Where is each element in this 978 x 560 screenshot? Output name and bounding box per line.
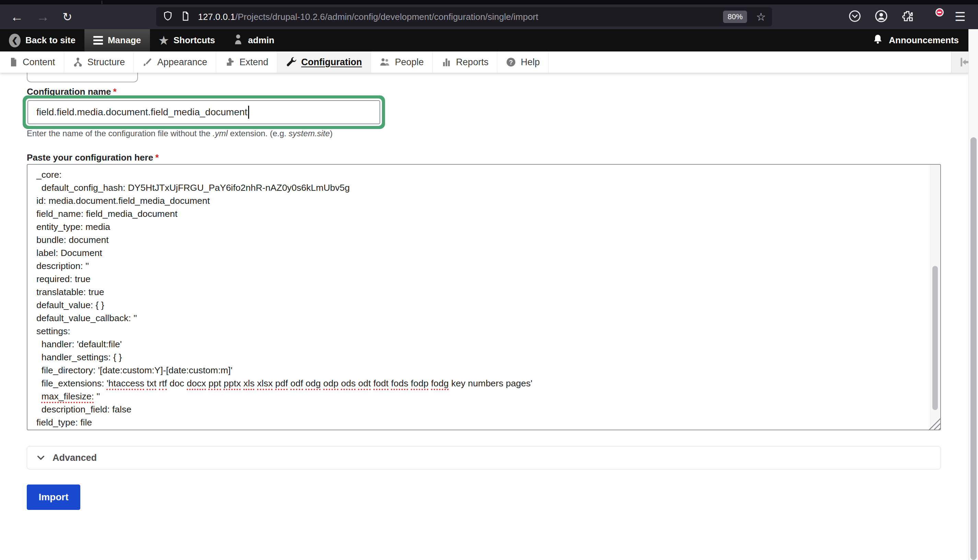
reload-icon[interactable]: ↻	[62, 11, 72, 23]
url-host: 127.0.0.1	[198, 12, 235, 22]
required-asterisk: *	[155, 152, 158, 163]
browser-tab-strip	[0, 0, 978, 5]
yaml-line: file_extensions: 'htaccess txt rtf doc d…	[37, 377, 916, 390]
scrolled-cutoff-element	[27, 73, 138, 82]
textarea-scrollbar[interactable]	[930, 165, 940, 430]
drupal-admin-menu: Content Structure Appearance Extend Conf…	[0, 52, 978, 73]
yaml-line: handler: 'default:file'	[37, 338, 916, 351]
manage-label: Manage	[108, 35, 141, 46]
wrench-icon	[286, 57, 297, 68]
page-info-icon[interactable]	[180, 11, 190, 23]
shield-icon[interactable]	[162, 11, 173, 23]
menu-label: Appearance	[157, 57, 207, 68]
paintbrush-icon	[142, 57, 153, 67]
window-scrollbar[interactable]	[968, 29, 978, 560]
yaml-line: id: media.document.field_media_document	[37, 194, 916, 207]
yaml-line: default_config_hash: DY5HtJTxUjFRGU_PaY6…	[37, 181, 916, 194]
shortcuts-label: Shortcuts	[173, 35, 215, 46]
url-text[interactable]: 127.0.0.1/Projects/drupal-10.2.6/admin/c…	[198, 12, 538, 22]
yaml-line: _core:	[37, 168, 916, 181]
bookmark-star-icon[interactable]: ☆	[756, 11, 766, 22]
app-menu-icon[interactable]: ☰	[955, 11, 966, 23]
configuration-name-label: Configuration name*	[27, 87, 117, 97]
announcements-label: Announcements	[889, 35, 959, 46]
menu-item-structure[interactable]: Structure	[64, 52, 134, 73]
back-to-site-button[interactable]: ❮ Back to site	[0, 29, 85, 52]
configuration-name-value: field.field.media.document.field_media_d…	[37, 107, 247, 118]
bar-chart-icon	[441, 57, 452, 67]
yaml-line: bundle: document	[37, 233, 916, 247]
menu-label: Content	[23, 57, 55, 68]
menu-item-extend[interactable]: Extend	[216, 52, 277, 73]
announcements-button[interactable]: Announcements	[863, 29, 978, 52]
paste-configuration-label: Paste your configuration here*	[27, 152, 159, 163]
back-to-site-label: Back to site	[25, 35, 75, 46]
yaml-line: description: ''	[37, 259, 916, 272]
import-button[interactable]: Import	[27, 485, 80, 510]
svg-text:?: ?	[509, 59, 513, 66]
pocket-icon[interactable]	[848, 10, 861, 24]
url-path: /Projects/drupal-10.2.6/admin/config/dev…	[235, 12, 538, 22]
forward-icon[interactable]: →	[37, 10, 49, 23]
advanced-label: Advanced	[53, 453, 97, 463]
chevron-down-icon	[36, 453, 46, 463]
configuration-name-description: Enter the name of the configuration file…	[27, 129, 333, 138]
tab-divider	[102, 1, 102, 4]
address-bar[interactable]: 127.0.0.1/Projects/drupal-10.2.6/admin/c…	[156, 7, 772, 27]
puzzle-icon	[225, 57, 235, 67]
menu-label: Help	[521, 57, 540, 68]
firefox-extension-icon[interactable]	[927, 10, 941, 24]
shortcuts-tab[interactable]: ★ Shortcuts	[150, 29, 224, 52]
yaml-line: default_value_callback: ''	[37, 312, 916, 325]
menu-label: Extend	[240, 57, 268, 68]
yaml-line: handler_settings: { }	[37, 351, 916, 364]
menu-label: Reports	[456, 57, 489, 68]
menu-item-configuration[interactable]: Configuration	[277, 52, 371, 73]
drupal-admin-toolbar: ❮ Back to site Manage ★ Shortcuts admin …	[0, 29, 978, 52]
yaml-line: required: true	[37, 272, 916, 285]
admin-label: admin	[248, 35, 275, 46]
yaml-line: entity_type: media	[37, 220, 916, 233]
users-icon	[380, 57, 390, 67]
blocked-badge-icon	[935, 8, 944, 17]
sitemap-icon	[73, 57, 83, 67]
file-icon	[8, 57, 18, 67]
zoom-level-badge[interactable]: 80%	[723, 11, 747, 23]
menu-item-appearance[interactable]: Appearance	[134, 52, 216, 73]
back-icon[interactable]: ←	[10, 10, 23, 23]
menu-item-content[interactable]: Content	[0, 52, 64, 73]
menu-item-people[interactable]: People	[371, 52, 433, 73]
configuration-name-input[interactable]: field.field.media.document.field_media_d…	[27, 100, 380, 124]
manage-menu-icon	[93, 36, 103, 45]
yaml-line: file_directory: '[date:custom:Y]-[date:c…	[37, 364, 916, 377]
yaml-line: max_filesize: ''	[37, 390, 916, 403]
menu-item-reports[interactable]: Reports	[433, 52, 498, 73]
extensions-icon[interactable]	[901, 10, 914, 24]
admin-user-tab[interactable]: admin	[224, 29, 283, 52]
manage-tab[interactable]: Manage	[85, 29, 150, 52]
advanced-details-toggle[interactable]: Advanced	[27, 446, 941, 469]
yaml-line: settings:	[37, 325, 916, 338]
configuration-textarea[interactable]: _core: default_config_hash: DY5HtJTxUjFR…	[27, 164, 941, 430]
window-scrollbar-thumb[interactable]	[970, 137, 976, 560]
account-icon[interactable]	[875, 9, 888, 24]
yaml-line: field_name: field_media_document	[37, 207, 916, 220]
import-configuration-page: Configuration name* field.field.media.do…	[0, 73, 968, 560]
yaml-content: _core: default_config_hash: DY5HtJTxUjFR…	[37, 168, 916, 429]
menu-label: People	[395, 57, 424, 68]
required-asterisk: *	[113, 87, 117, 97]
bell-icon	[872, 33, 883, 47]
menu-label: Configuration	[301, 57, 362, 68]
back-chevron-icon: ❮	[9, 33, 21, 47]
yaml-line: default_value: { }	[37, 298, 916, 312]
browser-toolbar: ← → ↻ 127.0.0.1/Projects/drupal-10.2.6/a…	[0, 5, 978, 29]
yaml-line: description_field: false	[37, 403, 916, 416]
menu-item-help[interactable]: ? Help	[497, 52, 549, 73]
question-icon: ?	[506, 57, 516, 67]
menu-label: Structure	[88, 57, 125, 68]
star-icon: ★	[159, 35, 169, 46]
textarea-scrollbar-thumb[interactable]	[932, 266, 938, 410]
user-icon	[233, 33, 243, 47]
text-caret	[248, 106, 249, 119]
yaml-line: field_type: file	[37, 416, 916, 429]
